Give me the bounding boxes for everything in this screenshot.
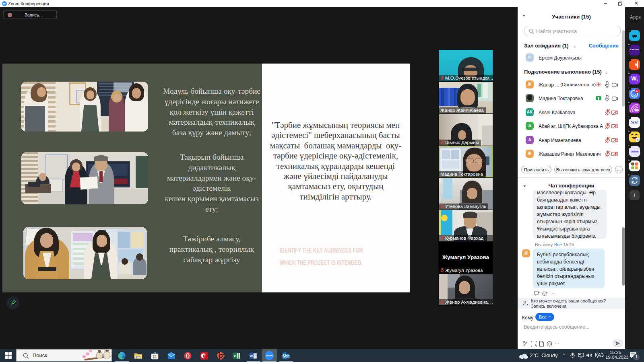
svg-text:AI: AI bbox=[636, 90, 638, 93]
